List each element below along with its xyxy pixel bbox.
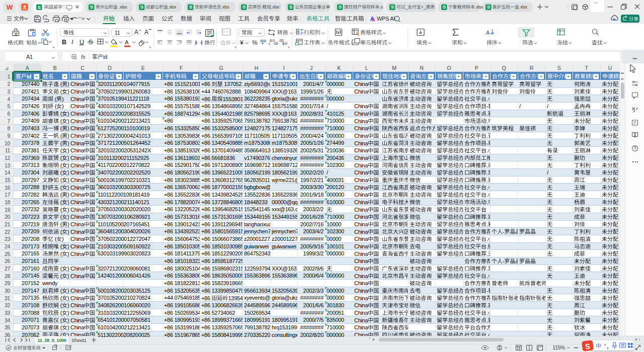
svg-text:China: China [70, 310, 85, 316]
svg-text:(: ( [59, 324, 62, 330]
svg-text:.: . [487, 162, 488, 168]
svg-text:China: China [354, 236, 368, 242]
svg-text:China: China [70, 207, 85, 213]
svg-text:China: China [354, 177, 368, 183]
svg-text:): ) [62, 236, 63, 242]
svg-text:/: / [519, 103, 521, 109]
svg-text:China: China [70, 251, 85, 257]
svg-text:China: China [70, 103, 85, 109]
svg-text:(: ( [59, 207, 62, 213]
svg-text:China: China [354, 103, 368, 109]
svg-text:.: . [487, 221, 488, 227]
svg-text:China: China [70, 162, 85, 168]
svg-text:(: ( [59, 133, 62, 139]
svg-text:China: China [70, 118, 85, 124]
svg-text:.: . [487, 251, 488, 257]
svg-text:China: China [354, 324, 368, 330]
svg-text:China: China [70, 147, 85, 153]
svg-text:China: China [354, 310, 368, 316]
svg-text:(: ( [59, 162, 62, 168]
svg-text:(: ( [59, 295, 62, 301]
svg-text:China: China [354, 280, 368, 286]
svg-text:China: China [70, 236, 85, 242]
svg-text:China: China [70, 324, 85, 330]
svg-text:(: ( [53, 236, 57, 242]
svg-text:China: China [354, 221, 368, 227]
svg-text:China: China [70, 221, 85, 227]
svg-text:China: China [354, 251, 368, 257]
svg-text:(: ( [53, 103, 57, 109]
svg-text:(: ( [59, 118, 62, 124]
svg-text:China: China [354, 192, 368, 198]
svg-text:.: . [487, 118, 488, 124]
svg-text:China: China [354, 295, 368, 301]
svg-text:China: China [354, 133, 368, 139]
svg-text:(: ( [59, 192, 62, 198]
svg-text:China: China [354, 207, 368, 213]
svg-text:.: . [487, 310, 488, 316]
svg-text:(: ( [59, 221, 62, 227]
svg-text:.: . [487, 266, 488, 272]
svg-text:China: China [354, 147, 368, 153]
svg-text:.: . [487, 192, 488, 198]
svg-text:/: / [547, 103, 549, 109]
svg-text:13954: 13954 [228, 295, 243, 301]
svg-text:.: . [487, 147, 488, 153]
svg-text:China: China [70, 133, 85, 139]
svg-text:.: . [487, 133, 488, 139]
svg-text:(: ( [59, 310, 62, 316]
svg-text:China: China [354, 118, 368, 124]
svg-text:-: - [487, 103, 489, 109]
svg-text:China: China [354, 266, 368, 272]
svg-text:(: ( [59, 89, 62, 95]
svg-text:China: China [70, 177, 85, 183]
svg-text:China: China [70, 89, 85, 95]
svg-text:+86: +86 [201, 295, 212, 301]
svg-text:.: . [487, 177, 488, 183]
svg-text:(: ( [59, 177, 62, 183]
svg-text:China: China [354, 89, 368, 95]
svg-text:China: China [70, 295, 85, 301]
svg-text:China: China [354, 162, 368, 168]
svg-text:China: China [70, 192, 85, 198]
svg-text:): ) [62, 103, 63, 109]
svg-text:(: ( [59, 147, 62, 153]
svg-text:(: ( [59, 251, 62, 257]
svg-text:China: China [70, 266, 85, 272]
svg-text:(: ( [59, 266, 62, 272]
svg-text:.: . [487, 236, 488, 242]
